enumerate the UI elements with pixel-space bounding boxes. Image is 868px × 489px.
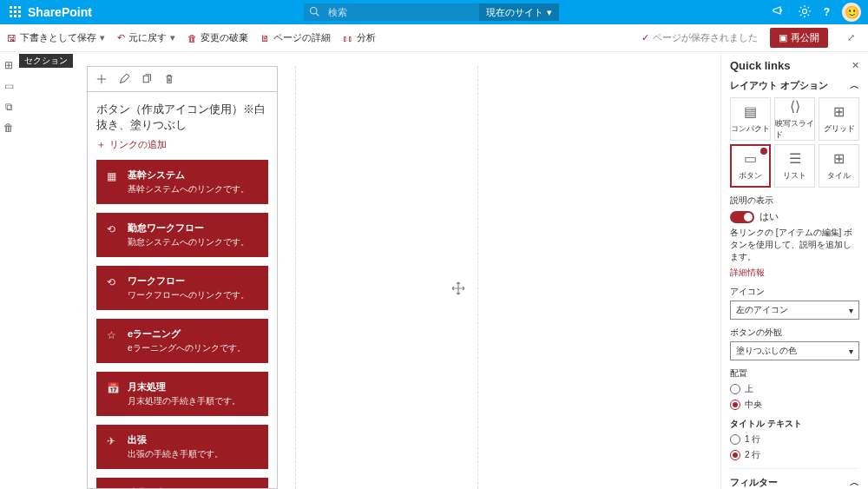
suite-header: SharePoint 現在のサイト ▾ ? 🙂 [0, 0, 868, 24]
layout-compact[interactable]: ▤コンパクト [730, 97, 771, 141]
page-icon: 🗎 [260, 33, 270, 43]
undo-icon: ↶ [117, 32, 125, 43]
help-icon[interactable]: ? [824, 6, 830, 18]
column-divider [295, 66, 296, 489]
filmstrip-icon: ⟨⟩ [790, 98, 800, 115]
app-launcher-icon[interactable] [7, 6, 24, 18]
undo-button[interactable]: ↶元に戻す▾ [117, 31, 175, 44]
link-title: eラーニング [128, 327, 246, 340]
chevron-up-icon[interactable]: ︿ [850, 79, 859, 92]
layout-button[interactable]: ▭ボタン [730, 144, 771, 188]
link-item-icon: ⟲ [107, 276, 119, 288]
layout-filmstrip[interactable]: ⟨⟩映写スライド [774, 97, 815, 141]
search-box[interactable]: 現在のサイト ▾ [304, 3, 559, 21]
chevron-down-icon: ▾ [849, 347, 853, 356]
delete-webpart-icon[interactable] [162, 72, 176, 86]
link-title: 月末処理 [128, 380, 240, 393]
layout-grid[interactable]: ⊞グリッド [819, 97, 859, 141]
alignment-label: 配置 [730, 367, 859, 380]
collapse-button[interactable]: ⤢ [840, 28, 861, 49]
publish-icon: ▣ [779, 32, 787, 43]
move-webpart-icon[interactable] [95, 72, 108, 86]
plus-icon: ＋ [96, 138, 106, 151]
link-description: 出張の手続き手順です。 [128, 448, 223, 460]
search-icon [304, 6, 323, 19]
discard-changes-button[interactable]: 🗑変更の破棄 [187, 31, 248, 44]
appearance-select[interactable]: 塗りつぶしの色▾ [730, 341, 859, 360]
compact-icon: ▤ [744, 103, 757, 120]
link-title: 基幹システム [128, 169, 249, 182]
description-help-text: 各リンクの [アイテムの編集] ボタンを使用して、説明を追加します。 [730, 227, 859, 263]
user-avatar[interactable]: 🙂 [842, 3, 861, 22]
link-description: ワークフローへのリンクです。 [128, 289, 249, 301]
republish-button[interactable]: ▣再公開 [770, 28, 828, 48]
save-draft-button[interactable]: 🖫下書きとして保存▾ [7, 31, 105, 44]
left-toolbox-rail: ⊞ ▭ ⧉ 🗑 [0, 52, 17, 489]
svg-rect-12 [143, 76, 148, 83]
edit-webpart-icon[interactable] [117, 72, 131, 86]
align-top-radio[interactable]: 上 [730, 383, 859, 395]
quick-link-button[interactable]: ⟲ 勤怠ワークフロー 勤怠システムへのリンクです。 [96, 213, 268, 257]
chevron-down-icon: ▾ [100, 32, 105, 43]
webpart-toolbar [87, 66, 278, 92]
close-panel-icon[interactable]: ✕ [852, 60, 859, 71]
move-handle-icon[interactable] [450, 280, 467, 297]
svg-rect-3 [10, 10, 12, 13]
show-description-toggle[interactable]: はい [730, 210, 859, 223]
list-icon: ☰ [789, 150, 801, 167]
link-title: 勤怠ワークフロー [128, 221, 249, 235]
svg-rect-8 [18, 15, 21, 17]
brand-label: SharePoint [28, 5, 92, 19]
save-icon: 🖫 [7, 33, 16, 43]
tile-icon: ⊞ [833, 150, 845, 167]
link-item-icon: ✈ [107, 435, 119, 447]
svg-rect-5 [18, 10, 21, 13]
webpart-title[interactable]: ボタン（作成アイコン使用）※白抜き、塗りつぶし [96, 102, 268, 133]
add-link-button[interactable]: ＋リンクの追加 [96, 138, 268, 151]
chevron-up-icon[interactable]: ︿ [850, 476, 859, 489]
lines-2-radio[interactable]: 2 行 [730, 449, 859, 461]
quick-link-button[interactable]: 🗐 残業休出 残業休出の手続き手順です。 [96, 478, 268, 488]
megaphone-icon[interactable] [772, 4, 786, 21]
icon-select[interactable]: 左のアイコン▾ [730, 301, 859, 320]
quick-link-button[interactable]: ▦ 基幹システム 基幹システムへのリンクです。 [96, 160, 268, 204]
link-description: 勤怠システムへのリンクです。 [128, 236, 249, 248]
svg-rect-0 [10, 6, 12, 9]
link-item-icon: ☆ [107, 329, 119, 341]
quick-link-button[interactable]: ☆ eラーニング eラーニングへのリンクです。 [96, 319, 268, 363]
align-center-radio[interactable]: 中央 [730, 399, 859, 411]
section-badge: セクション [19, 54, 73, 68]
add-section-icon[interactable]: ⊞ [3, 59, 15, 71]
property-panel: Quick links ✕ レイアウト オプション︿ ▤コンパクト ⟨⟩映写スラ… [720, 52, 868, 489]
copy-section-icon[interactable]: ⧉ [3, 101, 15, 113]
layout-list[interactable]: ☰リスト [774, 144, 815, 188]
icon-label: アイコン [730, 286, 859, 298]
quick-link-button[interactable]: ⟲ ワークフロー ワークフローへのリンクです。 [96, 266, 268, 310]
check-icon: ✓ [641, 32, 649, 43]
svg-rect-7 [14, 15, 16, 17]
title-text-label: タイトル テキスト [730, 418, 859, 430]
delete-section-icon[interactable]: 🗑 [3, 122, 15, 134]
lines-1-radio[interactable]: 1 行 [730, 433, 859, 446]
detail-link[interactable]: 詳細情報 [730, 267, 859, 279]
appearance-label: ボタンの外観 [730, 327, 859, 339]
grid-icon: ⊞ [833, 103, 845, 120]
quick-link-button[interactable]: ✈ 出張 出張の手続き手順です。 [96, 425, 268, 469]
search-input[interactable] [323, 7, 479, 17]
duplicate-webpart-icon[interactable] [140, 72, 154, 86]
settings-icon[interactable] [798, 4, 812, 21]
layout-tile[interactable]: ⊞タイル [819, 144, 859, 188]
quicklinks-webpart: ボタン（作成アイコン使用）※白抜き、塗りつぶし ＋リンクの追加 ▦ 基幹システム… [87, 66, 278, 489]
page-details-button[interactable]: 🗎ページの詳細 [260, 31, 331, 44]
analytics-button[interactable]: ⫾⫾分析 [343, 31, 376, 44]
section-layout-icon[interactable]: ▭ [3, 80, 15, 92]
link-title: 出張 [128, 433, 223, 446]
link-description: eラーニングへのリンクです。 [128, 342, 246, 354]
search-scope-dropdown[interactable]: 現在のサイト ▾ [479, 3, 559, 21]
show-description-label: 説明の表示 [730, 195, 859, 207]
quick-link-button[interactable]: 📅 月末処理 月末処理の手続き手順です。 [96, 372, 268, 416]
saved-status: ✓ページが保存されました [641, 31, 758, 44]
button-icon: ▭ [744, 150, 757, 167]
link-title: 残業休出 [128, 486, 240, 488]
svg-line-10 [317, 13, 319, 16]
